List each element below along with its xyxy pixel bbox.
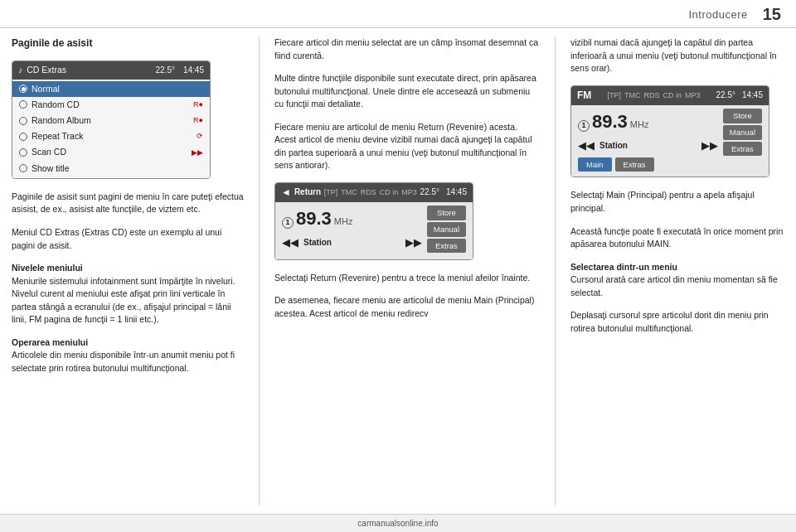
fm-bottom-row: Main Extras [578, 157, 718, 172]
fm-body-inner: 1 89.3 MHz ◀◀ Station ▶▶ Main [578, 109, 762, 172]
temperature-display: 22.5° [156, 65, 175, 77]
cd-extras-header: ♪ CD Extras 22.5° 14:45 [12, 61, 210, 79]
fm-band-label: FM [577, 89, 591, 103]
radio-circle-random-cd [19, 100, 27, 109]
menu-item-label-random-album: Random Album [32, 114, 189, 127]
cd-extras-screen: ♪ CD Extras 22.5° 14:45 Normal R [12, 60, 211, 179]
right-caption-1: Selectaţi Main (Principal) pentru a apel… [570, 189, 784, 215]
mid-column: Fiecare articol din meniu selectat are u… [274, 36, 540, 505]
radio-circle-normal [19, 85, 27, 93]
menu-item-label-show-title: Show title [32, 162, 203, 175]
tmc-tag: TMC [341, 187, 357, 198]
fm-buttons-col: Store Manual Extras [723, 109, 762, 156]
fm-radio-tags: [TP] TMC RDS CD in MP3 [607, 90, 700, 101]
extras-button[interactable]: Extras [427, 239, 466, 254]
menu-item-label-random-cd: Random CD [32, 99, 189, 111]
fm-time: 14:45 [742, 89, 763, 102]
header-page-number: 15 [763, 5, 781, 24]
mid-para-1: Fiecare articol din meniu selectat are u… [274, 36, 540, 62]
right-para-3: Deplasaţi cursorul spre articolul dorit … [570, 309, 784, 335]
mid-para-2: Multe dintre funcţiile disponibile sunt … [274, 72, 540, 111]
divider-left-mid [259, 36, 260, 505]
fm-controls: ◀◀ Station ▶▶ [578, 138, 718, 154]
header-title: Introducere [688, 8, 747, 21]
footer-logo: carmanualsonline.info [357, 519, 438, 528]
fm-next-button[interactable]: ▶▶ [701, 138, 718, 154]
fm-meta: 22.5° 14:45 [716, 89, 763, 102]
return-left: ◄ Return [281, 186, 321, 200]
left-para-1: Paginile de asisit sunt pagini de meniu … [12, 191, 244, 216]
return-label: Return [294, 186, 321, 199]
fm-freq: 89.3 [592, 109, 628, 135]
menu-item-label-repeat-track: Repeat Track [32, 130, 192, 143]
rds-tag: RDS [361, 187, 376, 198]
time-display: 14:45 [183, 65, 204, 77]
left-heading-operarea: Operarea meniuluiArticolele din meniu di… [12, 336, 244, 375]
repeat-track-icon: ⟳ [197, 131, 203, 142]
random-cd-icon: R● [193, 99, 203, 110]
menu-item-show-title[interactable]: Show title [12, 161, 210, 177]
menu-item-random-album[interactable]: Random Album R● [12, 113, 210, 128]
cd-extras-title: CD Extras [27, 64, 155, 76]
main-button[interactable]: Main [578, 157, 612, 172]
fm-temp: 22.5° [716, 89, 735, 102]
prev-station-button[interactable]: ◀◀ [282, 235, 298, 251]
return-freq-row: 1 89.3 MHz [282, 206, 422, 232]
fm-manual-button[interactable]: Manual [723, 125, 762, 140]
fm-prev-button[interactable]: ◀◀ [578, 138, 595, 154]
return-header-tags: [TP] TMC RDS CD in MP3 [324, 187, 417, 198]
left-heading-nivelele: Nivelele meniuluiMeniurile sistemului in… [12, 262, 244, 326]
store-button[interactable]: Store [427, 206, 466, 220]
divider-mid-right [555, 36, 556, 505]
return-buttons-col: Store Manual Extras [427, 206, 466, 253]
menu-item-random-cd[interactable]: Random CD R● [12, 97, 210, 113]
fm-unit: MHz [630, 118, 649, 132]
return-screen-body: 1 89.3 MHz ◀◀ Station ▶▶ Store [275, 202, 473, 259]
right-para-2: Această funcţie poate fi executată în or… [570, 225, 784, 251]
cdin-tag: CD in [380, 187, 399, 198]
page-footer: carmanualsonline.info [0, 514, 796, 532]
fm-store-button[interactable]: Store [723, 109, 762, 123]
menu-item-normal[interactable]: Normal [12, 81, 210, 97]
fm-extras-button[interactable]: Extras [615, 157, 654, 172]
menu-item-label-scan-cd: Scan CD [32, 146, 187, 158]
right-heading-selectarea: Selectarea dintr-un meniuCursorul arată … [570, 261, 784, 300]
menu-items-list: Normal Random CD R● Random Album R● [12, 80, 210, 178]
fm-freq-area: 1 89.3 MHz ◀◀ Station ▶▶ Main [578, 109, 718, 172]
scan-cd-icon: ▶▶ [192, 148, 203, 158]
fm-extras-right-button[interactable]: Extras [723, 142, 762, 157]
return-circle-num: 1 [282, 217, 294, 229]
mp3-tag: MP3 [401, 187, 417, 198]
mid-caption-1: Selectaţi Return (Revenire) pentru a tre… [274, 272, 540, 285]
fm-mp3-tag: MP3 [685, 90, 701, 101]
fm-tp-tag: [TP] [607, 90, 621, 101]
fm-rds-tag: RDS [643, 90, 659, 101]
next-station-button[interactable]: ▶▶ [405, 235, 422, 251]
fm-radio-body: 1 89.3 MHz ◀◀ Station ▶▶ Main [571, 105, 769, 177]
manual-button[interactable]: Manual [427, 222, 466, 237]
radio-circle-scan-cd [19, 148, 27, 157]
music-icon: ♪ [18, 64, 22, 76]
page-header: Introducere 15 [0, 0, 796, 28]
menu-item-scan-cd[interactable]: Scan CD ▶▶ [12, 144, 210, 160]
main-content: Paginile de asisit ♪ CD Extras 22.5° 14:… [0, 28, 796, 514]
mid-para-3: Fiecare meniu are articolul de meniu Ret… [274, 121, 540, 172]
mid-caption-2: De asemenea, fiecare meniu are articolul… [274, 294, 540, 320]
left-section-heading: Paginile de asisit [12, 36, 244, 51]
fm-circle-num: 1 [578, 120, 590, 132]
return-screen-header: ◄ Return [TP] TMC RDS CD in MP3 22.5° 14… [275, 183, 473, 202]
left-column: Paginile de asisit ♪ CD Extras 22.5° 14:… [12, 36, 244, 505]
return-arrow-icon: ◄ [281, 186, 291, 200]
radio-circle-show-title [19, 164, 27, 172]
menu-item-repeat-track[interactable]: Repeat Track ⟳ [12, 128, 210, 144]
menu-item-label-normal: Normal [32, 83, 203, 95]
fm-cdin-tag: CD in [663, 90, 682, 101]
cd-extras-meta: 22.5° 14:45 [156, 65, 205, 77]
fm-radio-header: FM [TP] TMC RDS CD in MP3 22.5° 14:45 [571, 86, 769, 105]
return-freq-area: 1 89.3 MHz ◀◀ Station ▶▶ [282, 206, 422, 254]
station-label: Station [303, 237, 400, 249]
return-freq: 89.3 [296, 206, 332, 232]
fm-freq-row: 1 89.3 MHz [578, 109, 718, 135]
return-controls: ◀◀ Station ▶▶ [282, 235, 422, 251]
right-para-1: vizibil numai dacă ajungeţi la capătul d… [570, 36, 784, 75]
